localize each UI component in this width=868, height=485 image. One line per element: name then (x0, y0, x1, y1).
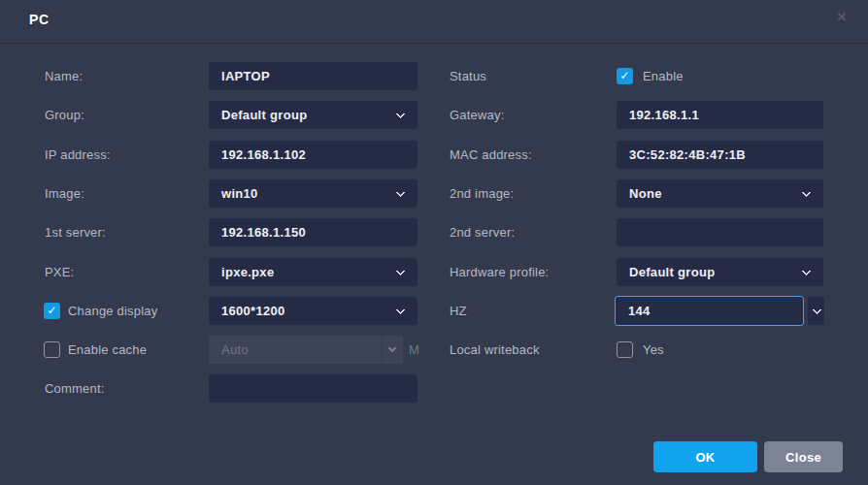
second-server-label: 2nd server: (450, 218, 515, 246)
first-server-input[interactable]: 192.168.1.150 (209, 218, 417, 246)
hz-input-focused[interactable]: 144 (615, 296, 804, 326)
local-writeback-checkbox[interactable] (617, 341, 633, 358)
enable-cache-label: Enable cache (68, 336, 147, 364)
mac-address-input[interactable]: 3C:52:82:4B:47:1B (617, 141, 823, 169)
hz-label: HZ (450, 297, 467, 325)
image-select[interactable]: win10 (209, 179, 417, 208)
dialog-title: PC (29, 12, 50, 27)
status-enable-checkbox[interactable]: ✓ (617, 68, 633, 84)
change-display-label: Change display (68, 297, 157, 325)
chevron-down-icon (388, 344, 396, 352)
name-input[interactable]: lAPTOP (209, 62, 417, 90)
image-label: Image: (45, 179, 84, 208)
second-image-select[interactable]: None (617, 179, 823, 208)
status-label: Status (450, 62, 486, 90)
change-display-checkbox[interactable]: ✓ (44, 303, 60, 319)
hz-dropdown-button[interactable] (808, 297, 824, 325)
chevron-down-icon (396, 110, 406, 119)
pc-dialog: PC ✕ Name: lAPTOP Group: Default group I… (0, 0, 868, 485)
cache-size-value: Auto (221, 342, 249, 357)
comment-input[interactable] (209, 374, 417, 403)
image-select-value: win10 (221, 186, 258, 201)
display-resolution-select[interactable]: 1600*1200 (209, 297, 417, 325)
first-server-label: 1st server: (45, 218, 106, 246)
hardware-profile-select[interactable]: Default group (617, 258, 823, 286)
check-icon: ✓ (619, 69, 629, 82)
display-resolution-value: 1600*1200 (221, 304, 285, 318)
chevron-down-icon (396, 188, 406, 198)
chevron-down-icon (813, 306, 822, 315)
status-enable-label: Enable (643, 62, 684, 90)
ip-address-input[interactable]: 192.168.1.102 (209, 141, 417, 169)
hardware-profile-value: Default group (629, 265, 715, 279)
ok-button[interactable]: OK (653, 441, 757, 472)
local-writeback-label: Local writeback (450, 336, 540, 364)
cache-size-select-disabled: Auto (209, 336, 403, 364)
chevron-down-icon (802, 188, 812, 198)
pxe-label: PXE: (45, 258, 74, 286)
second-image-label: 2nd image: (450, 179, 514, 208)
pxe-select[interactable]: ipxe.pxe (209, 258, 417, 286)
header-divider (0, 43, 868, 44)
group-select[interactable]: Default group (209, 101, 417, 129)
mac-address-label: MAC address: (450, 141, 532, 169)
chevron-down-icon (396, 306, 406, 315)
hardware-profile-label: Hardware profile: (450, 258, 549, 286)
gateway-label: Gateway: (450, 101, 505, 129)
cache-unit-label: M (409, 336, 419, 364)
ip-address-label: IP address: (45, 141, 111, 169)
group-select-value: Default group (221, 108, 307, 122)
chevron-down-icon (802, 267, 812, 276)
group-label: Group: (45, 101, 84, 129)
local-writeback-yes-label: Yes (643, 336, 664, 364)
dropdown-button (382, 336, 403, 364)
gateway-input[interactable]: 192.168.1.1 (617, 101, 823, 129)
close-button[interactable]: Close (764, 441, 843, 472)
close-icon[interactable]: ✕ (833, 9, 851, 26)
enable-cache-checkbox[interactable] (44, 341, 60, 358)
second-image-value: None (629, 186, 662, 201)
comment-label: Comment: (45, 374, 105, 403)
check-icon: ✓ (47, 304, 56, 317)
chevron-down-icon (396, 267, 406, 276)
second-server-input[interactable] (617, 218, 823, 246)
pxe-select-value: ipxe.pxe (221, 265, 274, 279)
name-label: Name: (45, 62, 83, 90)
